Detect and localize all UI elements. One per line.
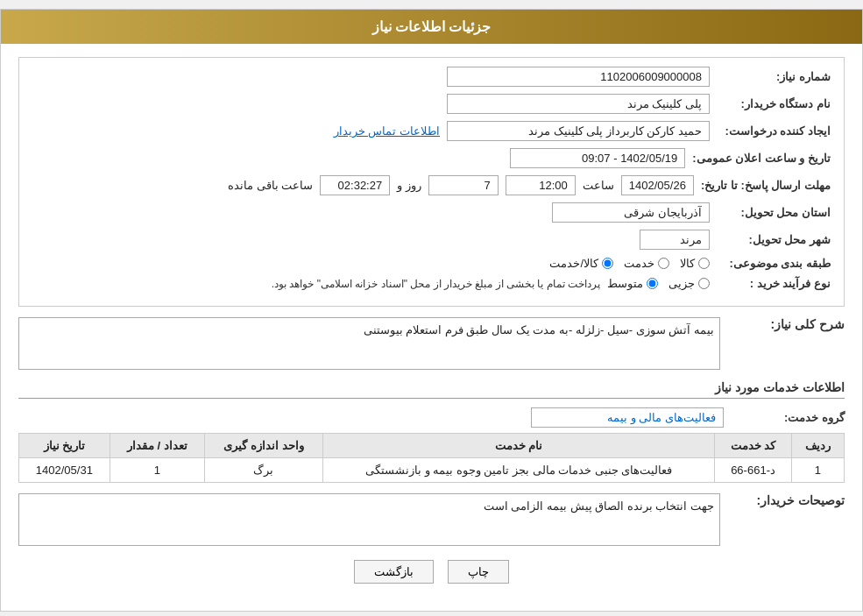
buyer-station-row: نام دستگاه خریدار: پلی کلینیک مرند — [32, 94, 831, 114]
requester-label: ایجاد کننده درخواست: — [717, 124, 831, 138]
need-desc-label: شرح کلی نیاز: — [731, 317, 845, 331]
announce-label: تاریخ و ساعت اعلان عمومی: — [692, 152, 831, 165]
delivery-city-value: مرند — [640, 230, 710, 250]
category-row: طبقه بندی موضوعی: کالا خدمت کالا/خدمت — [32, 257, 831, 270]
cell-quantity: 1 — [110, 458, 204, 483]
delivery-province-value: آذربایجان شرقی — [552, 202, 710, 223]
service-group-label: گروه خدمت: — [731, 411, 845, 424]
main-container: جزئیات اطلاعات نیاز شماره نیاز: 11020060… — [0, 9, 863, 612]
buyer-desc-label: توصیحات خریدار: — [731, 493, 845, 507]
purchase-jozii-label: جزیی — [668, 277, 695, 290]
service-info-title: اطلاعات خدمات مورد نیاز — [18, 380, 845, 399]
category-khedmat-label: خدمت — [624, 257, 654, 270]
announce-row: تاریخ و ساعت اعلان عمومی: 1402/05/19 - 0… — [32, 148, 831, 168]
need-desc-row: شرح کلی نیاز: بیمه آتش سوزی -سیل -زلزله … — [18, 317, 845, 370]
deadline-time-value: 12:00 — [506, 175, 576, 195]
service-group-row: گروه خدمت: فعالیت‌های مالی و بیمه — [18, 407, 845, 428]
purchase-jozii-radio[interactable] — [698, 278, 710, 289]
deadline-date: 1402/05/26 — [621, 175, 694, 195]
button-row: چاپ بازگشت — [18, 560, 845, 584]
category-kala-khedmat-label: کالا/خدمت — [549, 257, 598, 270]
service-table: ردیف کد خدمت نام خدمت واحد اندازه گیری ت… — [18, 433, 845, 483]
col-quantity: تعداد / مقدار — [110, 434, 204, 458]
cell-service-code: د-661-66 — [715, 458, 791, 483]
purchase-motavasset-item: متوسط — [607, 277, 658, 290]
category-kala-khedmat-item: کالا/خدمت — [549, 257, 613, 270]
deadline-days-label: روز و — [397, 179, 421, 192]
category-radio-group: کالا خدمت کالا/خدمت — [549, 257, 710, 270]
delivery-province-label: استان محل تحویل: — [717, 206, 831, 219]
request-number-value: 1102006009000008 — [447, 67, 710, 87]
request-number-row: شماره نیاز: 1102006009000008 — [32, 67, 831, 87]
contact-link[interactable]: اطلاعات تماس خریدار — [334, 124, 440, 138]
category-khedmat-item: خدمت — [624, 257, 669, 270]
main-info-section: شماره نیاز: 1102006009000008 نام دستگاه … — [18, 57, 845, 307]
col-row-num: ردیف — [791, 434, 844, 458]
deadline-row: مهلت ارسال پاسخ: تا تاریخ: 1402/05/26 سا… — [32, 175, 831, 195]
purchase-motavasset-label: متوسط — [607, 277, 643, 290]
purchase-note: پرداخت تمام یا بخشی از مبلغ خریدار از مح… — [272, 278, 600, 290]
purchase-motavasset-radio[interactable] — [647, 278, 658, 289]
print-button[interactable]: چاپ — [448, 560, 509, 584]
category-kala-label: کالا — [680, 257, 695, 270]
purchase-type-radio-group: جزیی متوسط — [607, 277, 710, 290]
requester-value: حمید کارکن کاربرداز پلی کلینیک مرند — [447, 121, 710, 141]
col-service-code: کد خدمت — [715, 434, 791, 458]
purchase-type-label: نوع فرآیند خرید : — [717, 277, 831, 290]
delivery-city-label: شهر محل تحویل: — [717, 233, 831, 246]
announce-value: 1402/05/19 - 09:07 — [510, 148, 685, 168]
service-group-value: فعالیت‌های مالی و بیمه — [531, 407, 724, 428]
page-title: جزئیات اطلاعات نیاز — [1, 10, 862, 44]
buyer-desc-row: توصیحات خریدار: جهت انتخاب برنده الصاق پ… — [18, 493, 845, 546]
category-kala-item: کالا — [680, 257, 710, 270]
purchase-type-row: نوع فرآیند خرید : جزیی متوسط پرداخت تمام… — [32, 277, 831, 290]
cell-service-name: فعالیت‌های جنبی خدمات مالی بجز تامین وجو… — [323, 458, 715, 483]
request-number-label: شماره نیاز: — [717, 70, 831, 83]
deadline-days-value: 7 — [428, 175, 499, 195]
requester-row: ایجاد کننده درخواست: حمید کارکن کاربرداز… — [32, 121, 831, 141]
buyer-station-label: نام دستگاه خریدار: — [717, 97, 831, 110]
remaining-value: 02:32:27 — [320, 175, 390, 195]
deadline-label: مهلت ارسال پاسخ: تا تاریخ: — [701, 179, 831, 192]
table-row: 1 د-661-66 فعالیت‌های جنبی خدمات مالی بج… — [19, 458, 845, 483]
remaining-label: ساعت باقی مانده — [228, 179, 313, 192]
purchase-jozii-item: جزیی — [668, 277, 710, 290]
buyer-station-value: پلی کلینیک مرند — [447, 94, 710, 114]
table-header-row: ردیف کد خدمت نام خدمت واحد اندازه گیری ت… — [19, 434, 845, 458]
col-date: تاریخ نیاز — [19, 434, 110, 458]
buyer-desc-value: جهت انتخاب برنده الصاق پیش بیمه الزامی ا… — [18, 493, 720, 546]
cell-date: 1402/05/31 — [19, 458, 110, 483]
cell-row-num: 1 — [791, 458, 844, 483]
category-label: طبقه بندی موضوعی: — [717, 257, 831, 270]
category-khedmat-radio[interactable] — [658, 258, 669, 269]
delivery-province-row: استان محل تحویل: آذربایجان شرقی — [32, 202, 831, 223]
cell-unit: برگ — [204, 458, 322, 483]
col-service-name: نام خدمت — [323, 434, 715, 458]
back-button[interactable]: بازگشت — [354, 560, 434, 584]
col-unit: واحد اندازه گیری — [204, 434, 322, 458]
category-kala-radio[interactable] — [698, 258, 710, 269]
need-desc-value: بیمه آتش سوزی -سیل -زلزله -به مدت یک سال… — [18, 317, 720, 370]
deadline-time-label: ساعت — [583, 179, 614, 192]
category-kala-khedmat-radio[interactable] — [602, 258, 613, 269]
delivery-city-row: شهر محل تحویل: مرند — [32, 230, 831, 250]
